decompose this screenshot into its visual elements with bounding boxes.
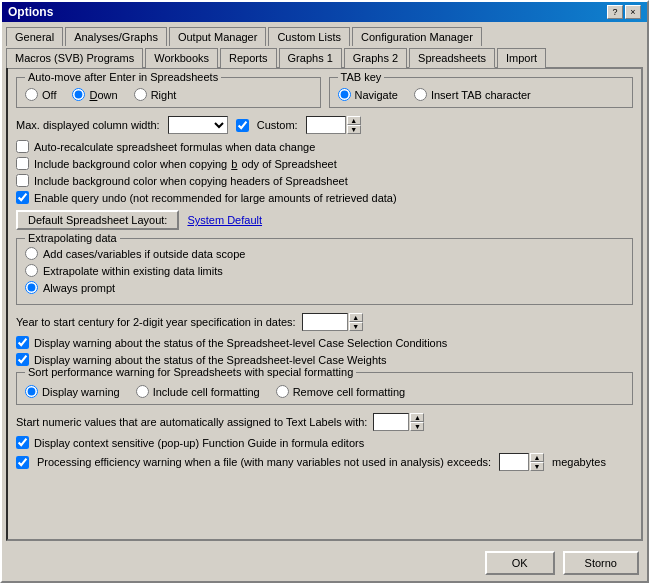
numeric-value-input[interactable]: 101 — [373, 413, 409, 431]
custom-checkbox[interactable] — [236, 119, 249, 132]
enable-undo-label[interactable]: Enable query undo (not recommended for l… — [34, 192, 397, 204]
max-col-select[interactable] — [168, 116, 228, 134]
custom-label: Custom: — [257, 119, 298, 131]
extrapolating-label: Extrapolating data — [25, 232, 120, 244]
tabkey-group-label: TAB key — [338, 71, 385, 83]
tab-reports[interactable]: Reports — [220, 48, 277, 68]
tabkey-navigate-radio[interactable] — [338, 88, 351, 101]
custom-value-input[interactable]: 20.32 — [306, 116, 346, 134]
numeric-label: Start numeric values that are automatica… — [16, 416, 367, 428]
tab-graphs2[interactable]: Graphs 2 — [344, 48, 407, 68]
year-label: Year to start century for 2-digit year s… — [16, 316, 296, 328]
extrap-within-label[interactable]: Extrapolate within existing data limits — [43, 265, 223, 277]
sort-include-radio[interactable] — [136, 385, 149, 398]
warn-weights-checkbox[interactable] — [16, 353, 29, 366]
efficiency-spin-up[interactable]: ▲ — [530, 453, 544, 462]
automove-right-label[interactable]: Right — [134, 88, 177, 101]
autocalc-checkbox[interactable] — [16, 140, 29, 153]
tab-spreadsheets[interactable]: Spreadsheets — [409, 48, 495, 68]
efficiency-spin-buttons: ▲ ▼ — [530, 453, 544, 471]
extrap-add-label[interactable]: Add cases/variables if outside data scop… — [43, 248, 245, 260]
help-button[interactable]: ? — [607, 5, 623, 19]
storno-button[interactable]: Storno — [563, 551, 639, 575]
sort-display-radio[interactable] — [25, 385, 38, 398]
warn-selection-label[interactable]: Display warning about the status of the … — [34, 337, 447, 349]
tabkey-insert-radio[interactable] — [414, 88, 427, 101]
warn-weights-row: Display warning about the status of the … — [16, 353, 633, 366]
sort-remove-radio[interactable] — [276, 385, 289, 398]
tab-import[interactable]: Import — [497, 48, 546, 68]
tabkey-group: TAB key Navigate Insert TAB character — [329, 77, 634, 108]
automove-group-label: Auto-move after Enter in Spreadsheets — [25, 71, 221, 83]
system-default-link[interactable]: System Default — [187, 214, 262, 226]
tabkey-insert-label[interactable]: Insert TAB character — [414, 88, 531, 101]
extrap-prompt-row: Always prompt — [25, 281, 624, 294]
tab-container: General Analyses/Graphs Output Manager C… — [2, 22, 647, 67]
proc-efficiency-label[interactable]: Processing efficiency warning when a fil… — [37, 456, 491, 468]
automove-down-radio[interactable] — [72, 88, 85, 101]
tab-custom-lists[interactable]: Custom Lists — [268, 27, 350, 46]
tabkey-options: Navigate Insert TAB character — [338, 88, 625, 101]
numeric-spin-down[interactable]: ▼ — [410, 422, 424, 431]
numeric-spinbox: 101 ▲ ▼ — [373, 413, 424, 431]
tabkey-navigate-label[interactable]: Navigate — [338, 88, 398, 101]
bg-headers-checkbox[interactable] — [16, 174, 29, 187]
efficiency-spin-down[interactable]: ▼ — [530, 462, 544, 471]
megabytes-label: megabytes — [552, 456, 606, 468]
extrap-prompt-radio[interactable] — [25, 281, 38, 294]
context-guide-checkbox[interactable] — [16, 436, 29, 449]
tab-graphs1[interactable]: Graphs 1 — [279, 48, 342, 68]
tab-config-mgr[interactable]: Configuration Manager — [352, 27, 482, 46]
automove-right-radio[interactable] — [134, 88, 147, 101]
extrap-within-radio[interactable] — [25, 264, 38, 277]
extrap-add-radio[interactable] — [25, 247, 38, 260]
sort-remove-label[interactable]: Remove cell formatting — [276, 385, 406, 398]
year-spin-up[interactable]: ▲ — [349, 313, 363, 322]
enable-undo-row: Enable query undo (not recommended for l… — [16, 191, 633, 204]
year-spinbox: 1930 ▲ ▼ — [302, 313, 363, 331]
tab-row-2: Macros (SVB) Programs Workbooks Reports … — [6, 47, 643, 67]
extrapolating-group: Extrapolating data Add cases/variables i… — [16, 238, 633, 305]
content-area: Auto-move after Enter in Spreadsheets Of… — [6, 67, 643, 541]
close-button[interactable]: × — [625, 5, 641, 19]
context-guide-label[interactable]: Display context sensitive (pop-up) Funct… — [34, 437, 364, 449]
window-title: Options — [8, 5, 53, 19]
automove-options: Off Down Right — [25, 88, 312, 101]
custom-spin-buttons: ▲ ▼ — [347, 116, 361, 134]
tab-macros[interactable]: Macros (SVB) Programs — [6, 48, 143, 68]
numeric-spin-up[interactable]: ▲ — [410, 413, 424, 422]
warn-weights-label[interactable]: Display warning about the status of the … — [34, 354, 387, 366]
ok-button[interactable]: OK — [485, 551, 555, 575]
title-bar-buttons: ? × — [607, 5, 641, 19]
year-value-input[interactable]: 1930 — [302, 313, 348, 331]
custom-spinbox: 20.32 ▲ ▼ — [306, 116, 361, 134]
automove-off-label[interactable]: Off — [25, 88, 56, 101]
custom-spin-up[interactable]: ▲ — [347, 116, 361, 125]
efficiency-value-input[interactable]: 10 — [499, 453, 529, 471]
sort-include-label[interactable]: Include cell formatting — [136, 385, 260, 398]
tab-analyses[interactable]: Analyses/Graphs — [65, 27, 167, 46]
autocalc-label[interactable]: Auto-recalculate spreadsheet formulas wh… — [34, 141, 315, 153]
default-layout-row: Default Spreadsheet Layout: System Defau… — [16, 210, 633, 230]
warn-selection-checkbox[interactable] — [16, 336, 29, 349]
bg-body-checkbox[interactable] — [16, 157, 29, 170]
bg-body-label[interactable]: Include background color when copying bo… — [34, 158, 337, 170]
autocalc-row: Auto-recalculate spreadsheet formulas wh… — [16, 140, 633, 153]
proc-efficiency-checkbox[interactable] — [16, 456, 29, 469]
tab-workbooks[interactable]: Workbooks — [145, 48, 218, 68]
sort-display-label[interactable]: Display warning — [25, 385, 120, 398]
tab-output[interactable]: Output Manager — [169, 27, 267, 46]
sort-group-label: Sort performance warning for Spreadsheet… — [25, 366, 356, 378]
enable-undo-checkbox[interactable] — [16, 191, 29, 204]
bg-headers-label[interactable]: Include background color when copying he… — [34, 175, 348, 187]
top-groups: Auto-move after Enter in Spreadsheets Of… — [16, 77, 633, 108]
extrap-prompt-label[interactable]: Always prompt — [43, 282, 115, 294]
efficiency-spinbox: 10 ▲ ▼ — [499, 453, 544, 471]
automove-off-radio[interactable] — [25, 88, 38, 101]
automove-down-label[interactable]: Down — [72, 88, 117, 101]
tab-general[interactable]: General — [6, 27, 63, 46]
custom-spin-down[interactable]: ▼ — [347, 125, 361, 134]
year-spin-down[interactable]: ▼ — [349, 322, 363, 331]
default-layout-button[interactable]: Default Spreadsheet Layout: — [16, 210, 179, 230]
year-row: Year to start century for 2-digit year s… — [16, 313, 633, 331]
